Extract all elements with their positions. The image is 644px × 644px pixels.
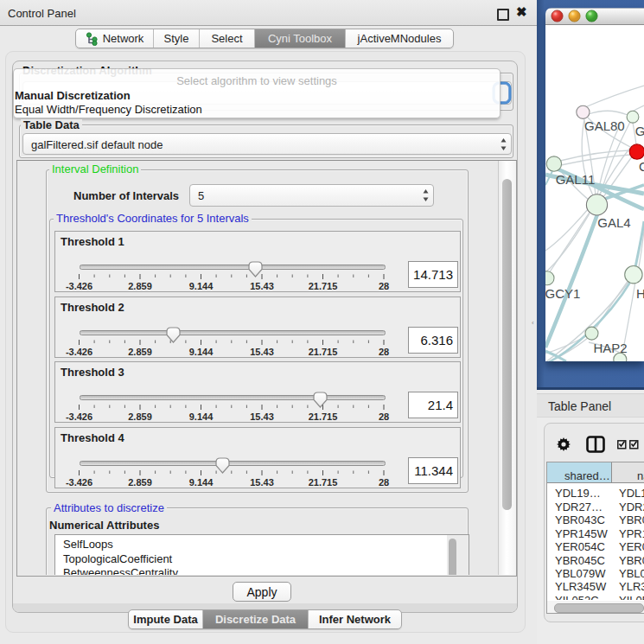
- svg-text:GAL4: GAL4: [597, 215, 630, 230]
- svg-text:GAL11: GAL11: [556, 172, 596, 187]
- svg-text:H: H: [636, 286, 644, 301]
- svg-text:GAL: GAL: [635, 124, 644, 138]
- svg-text:HAP2: HAP2: [593, 341, 627, 355]
- svg-text:G: G: [639, 159, 644, 174]
- svg-text:GCY1: GCY1: [545, 286, 580, 301]
- svg-text:GAL80: GAL80: [584, 118, 625, 133]
